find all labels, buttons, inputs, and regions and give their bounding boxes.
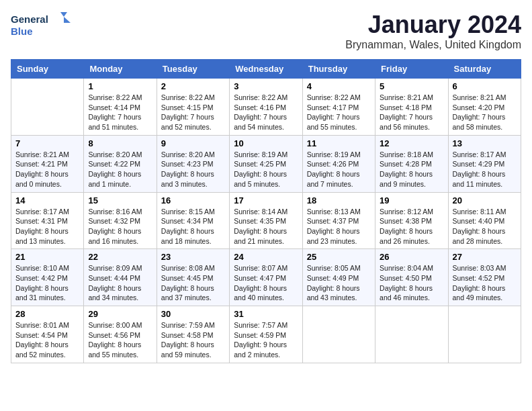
calendar-week-5: 28 Sunrise: 8:01 AM Sunset: 4:54 PM Dayl… xyxy=(11,306,521,363)
calendar-cell-w3-d2: 15 Sunrise: 8:16 AM Sunset: 4:32 PM Dayl… xyxy=(84,192,157,249)
logo-svg: General Blue xyxy=(11,11,71,40)
svg-text:General: General xyxy=(11,13,48,25)
cell-content: Sunrise: 8:09 AM Sunset: 4:44 PM Dayligh… xyxy=(88,263,152,303)
cell-content: Sunrise: 8:22 AM Sunset: 4:17 PM Dayligh… xyxy=(307,93,371,132)
cell-content: Sunrise: 8:05 AM Sunset: 4:49 PM Dayligh… xyxy=(307,263,371,303)
cell-content: Sunrise: 8:08 AM Sunset: 4:45 PM Dayligh… xyxy=(161,263,225,303)
cell-content: Sunrise: 7:57 AM Sunset: 4:59 PM Dayligh… xyxy=(234,320,298,360)
calendar-cell-w2-d3: 9 Sunrise: 8:20 AM Sunset: 4:23 PM Dayli… xyxy=(157,135,229,192)
day-number: 22 xyxy=(88,252,152,262)
day-number: 28 xyxy=(15,309,79,319)
day-number: 7 xyxy=(15,138,79,148)
cell-content: Sunrise: 8:20 AM Sunset: 4:22 PM Dayligh… xyxy=(88,150,152,189)
calendar-body: 1 Sunrise: 8:22 AM Sunset: 4:14 PM Dayli… xyxy=(11,79,521,363)
calendar-table: Sunday Monday Tuesday Wednesday Thursday… xyxy=(11,59,521,363)
calendar-week-2: 7 Sunrise: 8:21 AM Sunset: 4:21 PM Dayli… xyxy=(11,135,521,192)
calendar-cell-w5-d7 xyxy=(448,306,521,363)
cell-content: Sunrise: 8:13 AM Sunset: 4:37 PM Dayligh… xyxy=(307,207,371,246)
calendar-cell-w2-d1: 7 Sunrise: 8:21 AM Sunset: 4:21 PM Dayli… xyxy=(11,135,84,192)
title-area: January 2024 Brynamman, Wales, United Ki… xyxy=(345,11,521,51)
calendar-title: January 2024 xyxy=(345,11,521,39)
cell-content: Sunrise: 8:16 AM Sunset: 4:32 PM Dayligh… xyxy=(88,207,152,246)
calendar-subtitle: Brynamman, Wales, United Kingdom xyxy=(345,39,521,51)
logo-container: General Blue xyxy=(11,11,71,40)
calendar-cell-w4-d7: 27 Sunrise: 8:03 AM Sunset: 4:52 PM Dayl… xyxy=(448,249,521,306)
cell-content: Sunrise: 8:18 AM Sunset: 4:28 PM Dayligh… xyxy=(380,150,443,189)
calendar-cell-w4-d6: 26 Sunrise: 8:04 AM Sunset: 4:50 PM Dayl… xyxy=(375,249,448,306)
calendar-cell-w4-d3: 23 Sunrise: 8:08 AM Sunset: 4:45 PM Dayl… xyxy=(157,249,229,306)
day-number: 5 xyxy=(380,81,443,91)
cell-content: Sunrise: 8:21 AM Sunset: 4:18 PM Dayligh… xyxy=(380,93,443,132)
calendar-header-row: Sunday Monday Tuesday Wednesday Thursday… xyxy=(11,60,521,79)
cell-content: Sunrise: 8:07 AM Sunset: 4:47 PM Dayligh… xyxy=(234,263,298,303)
calendar-cell-w5-d4: 31 Sunrise: 7:57 AM Sunset: 4:59 PM Dayl… xyxy=(230,306,302,363)
calendar-cell-w3-d3: 16 Sunrise: 8:15 AM Sunset: 4:34 PM Dayl… xyxy=(157,192,229,249)
day-number: 16 xyxy=(161,195,225,205)
cell-content: Sunrise: 8:11 AM Sunset: 4:40 PM Dayligh… xyxy=(453,207,517,246)
header-saturday: Saturday xyxy=(448,60,521,79)
calendar-cell-w1-d7: 6 Sunrise: 8:21 AM Sunset: 4:20 PM Dayli… xyxy=(448,79,521,136)
day-number: 6 xyxy=(453,81,517,91)
calendar-cell-w5-d5 xyxy=(302,306,375,363)
calendar-cell-w1-d4: 3 Sunrise: 8:22 AM Sunset: 4:16 PM Dayli… xyxy=(230,79,302,136)
day-number: 13 xyxy=(453,138,517,148)
calendar-cell-w5-d6 xyxy=(375,306,448,363)
calendar-cell-w1-d6: 5 Sunrise: 8:21 AM Sunset: 4:18 PM Dayli… xyxy=(375,79,448,136)
calendar-week-4: 21 Sunrise: 8:10 AM Sunset: 4:42 PM Dayl… xyxy=(11,249,521,306)
day-number: 24 xyxy=(234,252,298,262)
header-friday: Friday xyxy=(375,60,448,79)
logo: General Blue xyxy=(11,11,71,40)
header-sunday: Sunday xyxy=(11,60,84,79)
day-number: 20 xyxy=(453,195,517,205)
day-number: 27 xyxy=(453,252,517,262)
day-number: 19 xyxy=(380,195,443,205)
day-number: 30 xyxy=(161,309,225,319)
header-monday: Monday xyxy=(84,60,157,79)
cell-content: Sunrise: 8:21 AM Sunset: 4:21 PM Dayligh… xyxy=(15,150,79,189)
header-tuesday: Tuesday xyxy=(157,60,229,79)
cell-content: Sunrise: 8:21 AM Sunset: 4:20 PM Dayligh… xyxy=(453,93,517,132)
svg-marker-2 xyxy=(60,12,67,17)
calendar-cell-w1-d3: 2 Sunrise: 8:22 AM Sunset: 4:15 PM Dayli… xyxy=(157,79,229,136)
day-number: 31 xyxy=(234,309,298,319)
svg-marker-3 xyxy=(64,17,71,23)
header-thursday: Thursday xyxy=(302,60,375,79)
calendar-cell-w1-d2: 1 Sunrise: 8:22 AM Sunset: 4:14 PM Dayli… xyxy=(84,79,157,136)
calendar-cell-w4-d1: 21 Sunrise: 8:10 AM Sunset: 4:42 PM Dayl… xyxy=(11,249,84,306)
day-number: 26 xyxy=(380,252,443,262)
day-number: 11 xyxy=(307,138,371,148)
calendar-cell-w2-d7: 13 Sunrise: 8:17 AM Sunset: 4:29 PM Dayl… xyxy=(448,135,521,192)
calendar-cell-w5-d3: 30 Sunrise: 7:59 AM Sunset: 4:58 PM Dayl… xyxy=(157,306,229,363)
day-number: 1 xyxy=(88,81,152,91)
day-number: 29 xyxy=(88,309,152,319)
calendar-cell-w2-d4: 10 Sunrise: 8:19 AM Sunset: 4:25 PM Dayl… xyxy=(230,135,302,192)
cell-content: Sunrise: 8:10 AM Sunset: 4:42 PM Dayligh… xyxy=(15,263,79,303)
cell-content: Sunrise: 8:22 AM Sunset: 4:15 PM Dayligh… xyxy=(161,93,225,132)
cell-content: Sunrise: 8:22 AM Sunset: 4:16 PM Dayligh… xyxy=(234,93,298,132)
day-number: 2 xyxy=(161,81,225,91)
day-number: 9 xyxy=(161,138,225,148)
calendar-cell-w5-d2: 29 Sunrise: 8:00 AM Sunset: 4:56 PM Dayl… xyxy=(84,306,157,363)
cell-content: Sunrise: 8:22 AM Sunset: 4:14 PM Dayligh… xyxy=(88,93,152,132)
calendar-week-3: 14 Sunrise: 8:17 AM Sunset: 4:31 PM Dayl… xyxy=(11,192,521,249)
cell-content: Sunrise: 8:03 AM Sunset: 4:52 PM Dayligh… xyxy=(453,263,517,303)
cell-content: Sunrise: 8:17 AM Sunset: 4:31 PM Dayligh… xyxy=(15,207,79,246)
day-number: 18 xyxy=(307,195,371,205)
cell-content: Sunrise: 8:15 AM Sunset: 4:34 PM Dayligh… xyxy=(161,207,225,246)
header-wednesday: Wednesday xyxy=(230,60,302,79)
day-number: 10 xyxy=(234,138,298,148)
cell-content: Sunrise: 8:17 AM Sunset: 4:29 PM Dayligh… xyxy=(453,150,517,189)
day-number: 4 xyxy=(307,81,371,91)
calendar-cell-w3-d1: 14 Sunrise: 8:17 AM Sunset: 4:31 PM Dayl… xyxy=(11,192,84,249)
calendar-cell-w3-d4: 17 Sunrise: 8:14 AM Sunset: 4:35 PM Dayl… xyxy=(230,192,302,249)
calendar-cell-w3-d7: 20 Sunrise: 8:11 AM Sunset: 4:40 PM Dayl… xyxy=(448,192,521,249)
cell-content: Sunrise: 8:01 AM Sunset: 4:54 PM Dayligh… xyxy=(15,320,79,360)
day-number: 14 xyxy=(15,195,79,205)
day-number: 23 xyxy=(161,252,225,262)
cell-content: Sunrise: 8:19 AM Sunset: 4:25 PM Dayligh… xyxy=(234,150,298,189)
cell-content: Sunrise: 8:00 AM Sunset: 4:56 PM Dayligh… xyxy=(88,320,152,360)
calendar-cell-w4-d4: 24 Sunrise: 8:07 AM Sunset: 4:47 PM Dayl… xyxy=(230,249,302,306)
calendar-cell-w1-d1 xyxy=(11,79,84,136)
cell-content: Sunrise: 8:19 AM Sunset: 4:26 PM Dayligh… xyxy=(307,150,371,189)
cell-content: Sunrise: 8:14 AM Sunset: 4:35 PM Dayligh… xyxy=(234,207,298,246)
